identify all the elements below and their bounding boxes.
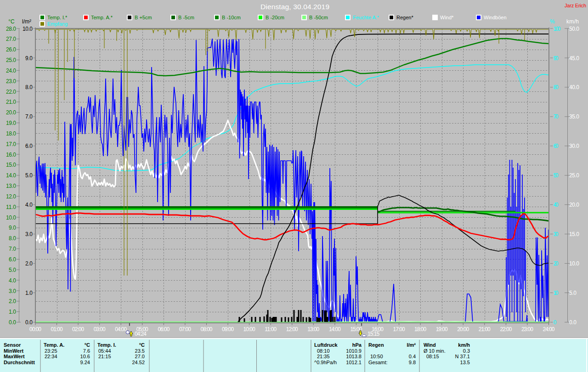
svg-text:21:00: 21:00 — [479, 326, 491, 333]
svg-text:Temp. I.*: Temp. I.* — [47, 15, 68, 20]
svg-text:35.0: 35.0 — [569, 113, 579, 120]
svg-text:0.3: 0.3 — [463, 348, 470, 354]
svg-text:09:00: 09:00 — [222, 326, 234, 333]
svg-text:13.0: 13.0 — [6, 183, 16, 189]
svg-text:25.0: 25.0 — [6, 57, 16, 63]
svg-text:B +5cm: B +5cm — [135, 15, 152, 20]
svg-text:08:00: 08:00 — [201, 326, 213, 333]
svg-text:23:00: 23:00 — [521, 326, 533, 333]
svg-text:20: 20 — [554, 260, 559, 267]
svg-text:8.0: 8.0 — [9, 235, 16, 242]
svg-text:24:00: 24:00 — [543, 326, 555, 333]
svg-text:Ø 10 min.: Ø 10 min. — [424, 348, 446, 354]
svg-text:l/m²: l/m² — [407, 342, 416, 348]
svg-text:Empfang: Empfang — [47, 21, 68, 27]
svg-text:l/m²: l/m² — [22, 18, 31, 25]
svg-text:01:00: 01:00 — [51, 326, 63, 333]
svg-text:13.5: 13.5 — [460, 360, 470, 365]
svg-text:7.6: 7.6 — [83, 348, 90, 354]
svg-text:Luftdruck: Luftdruck — [314, 342, 338, 348]
svg-text:°C: °C — [139, 342, 145, 348]
svg-text:15:15: 15:15 — [368, 331, 379, 337]
svg-text:%: % — [550, 18, 555, 25]
svg-text:4.0: 4.0 — [9, 277, 16, 284]
svg-text:23.5: 23.5 — [135, 348, 145, 354]
svg-text:40.0: 40.0 — [569, 84, 579, 90]
svg-text:17.0: 17.0 — [6, 141, 16, 147]
svg-text:10.0: 10.0 — [23, 26, 33, 32]
svg-text:70: 70 — [554, 113, 559, 120]
svg-text:23:25: 23:25 — [45, 348, 57, 354]
svg-text:19:00: 19:00 — [436, 326, 448, 333]
svg-text:18.0: 18.0 — [6, 130, 16, 137]
svg-text:28.0: 28.0 — [6, 26, 16, 32]
svg-text:Temp. A.: Temp. A. — [44, 342, 64, 348]
svg-text:B -20cm: B -20cm — [266, 15, 284, 20]
svg-text:22:34: 22:34 — [45, 354, 57, 359]
svg-text:2.0: 2.0 — [9, 298, 16, 304]
svg-text:24.0: 24.0 — [6, 68, 16, 74]
svg-text:50.0: 50.0 — [569, 26, 579, 32]
svg-text:N 37.1: N 37.1 — [455, 354, 470, 359]
svg-text:^0.9hPa/h: ^0.9hPa/h — [314, 360, 337, 365]
svg-text:0.0: 0.0 — [9, 319, 16, 326]
svg-text:10.6: 10.6 — [80, 354, 90, 359]
svg-text:1013.8: 1013.8 — [346, 354, 362, 359]
svg-text:12.0: 12.0 — [6, 193, 16, 200]
svg-text:2.0: 2.0 — [25, 260, 33, 267]
svg-text:7.0: 7.0 — [25, 113, 33, 120]
svg-text:9.0: 9.0 — [9, 225, 16, 231]
svg-text:21.0: 21.0 — [6, 99, 16, 105]
svg-text:Wind*: Wind* — [440, 15, 454, 20]
svg-text:10.0: 10.0 — [6, 214, 16, 221]
svg-text:60: 60 — [554, 143, 559, 149]
svg-text:10: 10 — [554, 290, 559, 296]
svg-text:1.0: 1.0 — [9, 309, 16, 315]
svg-text:07:00: 07:00 — [179, 326, 191, 333]
svg-text:9.8: 9.8 — [409, 360, 416, 365]
svg-text:40: 40 — [554, 202, 559, 208]
svg-text:10.0: 10.0 — [569, 260, 579, 267]
svg-text:03:00: 03:00 — [94, 326, 106, 333]
svg-text:13:00: 13:00 — [307, 326, 319, 333]
svg-text:Regen: Regen — [368, 342, 384, 348]
svg-text:05:44: 05:44 — [98, 348, 111, 354]
svg-text:11:00: 11:00 — [265, 326, 277, 333]
svg-text:km/h: km/h — [566, 18, 579, 25]
svg-text:02:00: 02:00 — [72, 326, 84, 333]
svg-text:B -50cm: B -50cm — [309, 15, 328, 20]
svg-text:15.0: 15.0 — [569, 231, 579, 237]
svg-text:6.0: 6.0 — [25, 143, 33, 149]
svg-text:0.0: 0.0 — [569, 319, 577, 326]
svg-text:1012.1: 1012.1 — [346, 360, 362, 365]
svg-text:50: 50 — [554, 172, 559, 179]
svg-text:08:10: 08:10 — [317, 348, 330, 354]
svg-text:Temp. A.*: Temp. A.* — [91, 15, 113, 20]
svg-text:04:00: 04:00 — [115, 326, 127, 333]
svg-text:km/h: km/h — [458, 342, 470, 348]
svg-text:26.0: 26.0 — [6, 46, 16, 53]
svg-text:0.0: 0.0 — [25, 319, 33, 326]
svg-text:Feuchte A.*: Feuchte A.* — [353, 15, 379, 20]
svg-text:3.0: 3.0 — [9, 288, 16, 294]
svg-text:21:35: 21:35 — [317, 354, 330, 359]
svg-text:27.0: 27.0 — [135, 354, 145, 359]
svg-text:Gesamt:: Gesamt: — [368, 360, 388, 365]
svg-text:12:00: 12:00 — [286, 326, 298, 333]
svg-text:0: 0 — [554, 319, 557, 326]
svg-text:Dienstag, 30.04.2019: Dienstag, 30.04.2019 — [260, 3, 329, 11]
svg-text:B -10cm: B -10cm — [222, 15, 241, 20]
svg-text:45.0: 45.0 — [569, 55, 579, 62]
svg-text:23.0: 23.0 — [6, 78, 16, 85]
svg-text:24.52: 24.52 — [132, 360, 145, 365]
svg-text:30.0: 30.0 — [569, 143, 579, 149]
svg-text:25.0: 25.0 — [569, 172, 579, 179]
svg-text:9.0: 9.0 — [25, 55, 33, 62]
svg-text:Regen*: Regen* — [396, 15, 413, 20]
svg-text:5.0: 5.0 — [25, 172, 33, 179]
svg-text:3.0: 3.0 — [25, 231, 33, 237]
svg-text:22.0: 22.0 — [6, 89, 16, 95]
svg-text:Wind: Wind — [424, 342, 436, 348]
svg-text:16.0: 16.0 — [6, 152, 16, 158]
svg-text:04:24: 04:24 — [135, 331, 147, 337]
